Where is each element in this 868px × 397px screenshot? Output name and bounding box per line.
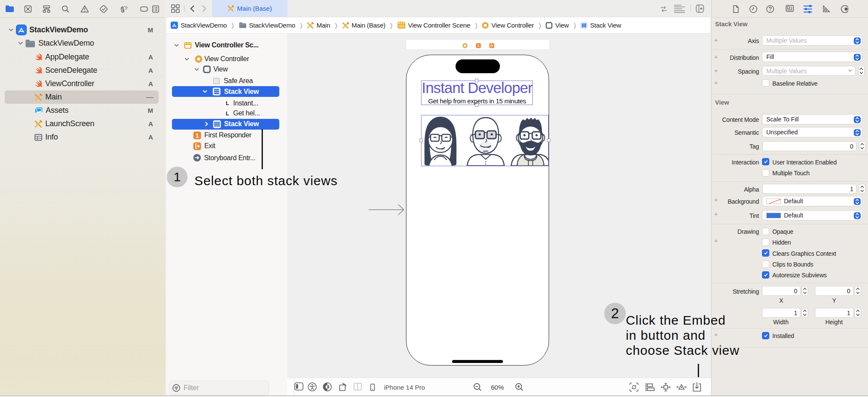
svg-text:L: L: [226, 110, 229, 117]
svg-text:1: 1: [196, 132, 199, 139]
svg-text:1: 1: [478, 43, 480, 48]
svg-text:L: L: [226, 100, 229, 106]
